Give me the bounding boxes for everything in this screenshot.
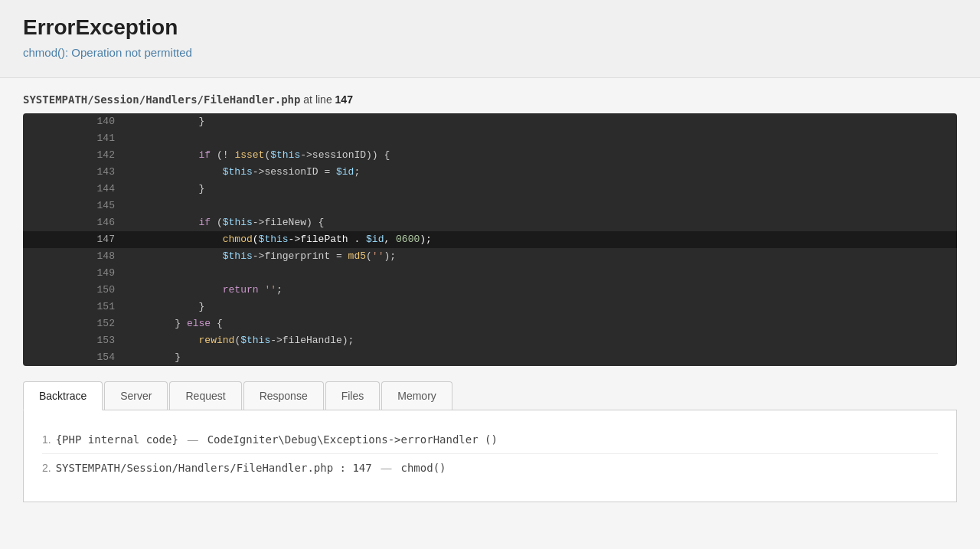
tab-server[interactable]: Server [104, 381, 168, 410]
file-path: SYSTEMPATH/Session/Handlers/FileHandler.… [23, 93, 300, 106]
tab-backtrace[interactable]: Backtrace [23, 381, 103, 410]
line-content: $this->fingerprint = md5(''); [127, 248, 957, 265]
backtrace-func: CodeIgniter\Debug\Exceptions->errorHandl… [207, 433, 498, 446]
line-number: 146 [23, 214, 127, 231]
backtrace-file: SYSTEMPATH/Session/Handlers/FileHandler.… [56, 462, 372, 474]
code-line: 153 rewind($this->fileHandle); [23, 332, 957, 349]
code-line: 150 return ''; [23, 282, 957, 299]
code-line: 142 if (! isset($this->sessionID)) { [23, 147, 957, 164]
code-line: 144 } [23, 181, 957, 198]
error-title: ErrorException [23, 15, 957, 40]
line-number: 144 [23, 181, 127, 198]
code-line: 140 } [23, 113, 957, 130]
tabs-section: BacktraceServerRequestResponseFilesMemor… [23, 381, 957, 502]
code-line: 147 chmod($this->filePath . $id, 0600); [23, 231, 957, 248]
line-content: } [127, 349, 957, 366]
tab-files[interactable]: Files [325, 381, 381, 410]
tab-response[interactable]: Response [243, 381, 324, 410]
backtrace-sep: — [185, 433, 201, 446]
line-number: 148 [23, 248, 127, 265]
code-line: 143 $this->sessionID = $id; [23, 164, 957, 181]
backtrace-num: 2. [42, 462, 51, 474]
line-content: return ''; [127, 282, 957, 299]
backtrace-list: 1.{PHP internal code} — CodeIgniter\Debu… [42, 426, 938, 482]
backtrace-file: {PHP internal code} [56, 433, 178, 446]
code-line: 148 $this->fingerprint = md5(''); [23, 248, 957, 265]
backtrace-func: chmod() [400, 462, 446, 474]
line-content [127, 198, 957, 214]
line-number: 151 [23, 299, 127, 315]
backtrace-item: 1.{PHP internal code} — CodeIgniter\Debu… [42, 426, 938, 454]
line-content [127, 265, 957, 282]
backtrace-sep: — [378, 462, 395, 474]
tab-memory[interactable]: Memory [381, 381, 452, 410]
line-content: if (! isset($this->sessionID)) { [127, 147, 957, 164]
at-line-label: at line [303, 93, 332, 106]
line-number: 147 [23, 231, 127, 248]
backtrace-item: 2.SYSTEMPATH/Session/Handlers/FileHandle… [42, 454, 938, 482]
code-line: 149 [23, 265, 957, 282]
line-content: chmod($this->filePath . $id, 0600); [127, 231, 957, 248]
line-number: 152 [23, 315, 127, 332]
line-number: 142 [23, 147, 127, 164]
code-line: 154 } [23, 349, 957, 366]
line-content: rewind($this->fileHandle); [127, 332, 957, 349]
tab-content: 1.{PHP internal code} — CodeIgniter\Debu… [23, 410, 957, 502]
backtrace-num: 1. [42, 433, 51, 446]
file-info: SYSTEMPATH/Session/Handlers/FileHandler.… [23, 93, 957, 106]
code-container: 140 }141142 if (! isset($this->sessionID… [23, 113, 957, 366]
line-number: 153 [23, 332, 127, 349]
code-line: 152 } else { [23, 315, 957, 332]
error-line-number: 147 [335, 93, 353, 106]
line-content [127, 130, 957, 147]
code-line: 151 } [23, 299, 957, 315]
tabs-container: BacktraceServerRequestResponseFilesMemor… [23, 381, 957, 410]
line-number: 143 [23, 164, 127, 181]
code-line: 146 if ($this->fileNew) { [23, 214, 957, 231]
line-content: } else { [127, 315, 957, 332]
error-body: SYSTEMPATH/Session/Handlers/FileHandler.… [0, 78, 980, 518]
line-content: $this->sessionID = $id; [127, 164, 957, 181]
code-line: 141 [23, 130, 957, 147]
line-number: 149 [23, 265, 127, 282]
code-scroll-wrapper[interactable]: 140 }141142 if (! isset($this->sessionID… [23, 113, 957, 366]
line-number: 145 [23, 198, 127, 214]
error-header: ErrorException chmod(): Operation not pe… [0, 0, 980, 78]
error-message: chmod(): Operation not permitted [23, 46, 957, 59]
line-number: 150 [23, 282, 127, 299]
line-content: if ($this->fileNew) { [127, 214, 957, 231]
line-number: 141 [23, 130, 127, 147]
code-line: 145 [23, 198, 957, 214]
line-number: 140 [23, 113, 127, 130]
line-content: } [127, 113, 957, 130]
line-number: 154 [23, 349, 127, 366]
line-content: } [127, 299, 957, 315]
code-table: 140 }141142 if (! isset($this->sessionID… [23, 113, 957, 366]
tab-request[interactable]: Request [169, 381, 241, 410]
line-content: } [127, 181, 957, 198]
